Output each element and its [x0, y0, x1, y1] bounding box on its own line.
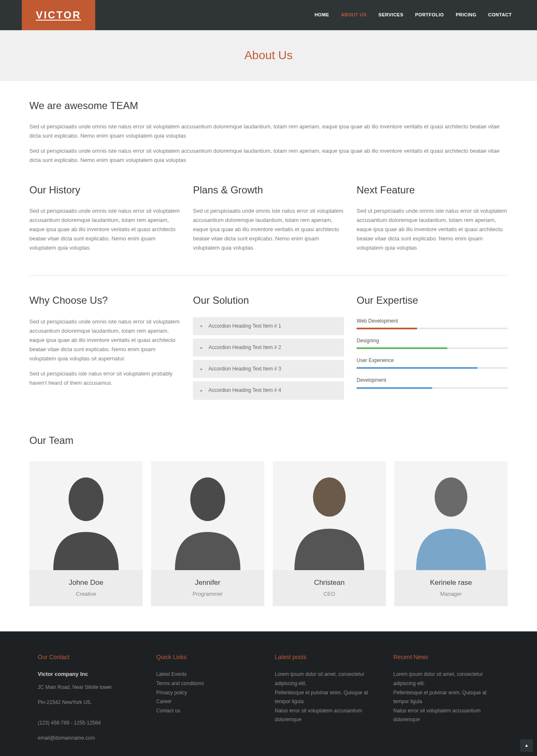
team-role: CEO — [277, 590, 382, 599]
why-heading: Why Choose Us? — [29, 292, 180, 308]
team-card: Johne DoeCreative — [29, 461, 143, 606]
nav-about[interactable]: ABOUT US — [341, 11, 367, 19]
footer-heading: Latest posts — [275, 652, 381, 662]
skill-label: Designing — [357, 337, 508, 345]
footer-link[interactable]: Career — [156, 697, 263, 706]
skill-bar — [357, 347, 508, 349]
team-info: JenniferProgrammer — [151, 570, 264, 606]
col-text: Sed ut perspiciaatis unde omnis iste nat… — [357, 206, 508, 253]
footer-link[interactable]: Terms and conditions — [156, 679, 263, 688]
skill-fill — [357, 367, 477, 369]
team-photo — [273, 461, 386, 570]
team-role: Manager — [399, 590, 503, 599]
team-photo — [151, 461, 264, 570]
team-role: Programmer — [155, 590, 260, 599]
footer-link[interactable]: Contact us — [156, 706, 263, 716]
skill-fill — [357, 328, 417, 329]
skill-bar — [357, 328, 508, 329]
footer-email: email@domainname.com — [38, 734, 144, 743]
logo[interactable]: VICTOR — [22, 0, 95, 30]
our-expertise: Our Expertise Web DevelopmentDesigningUs… — [357, 292, 508, 403]
skill-fill — [357, 387, 432, 389]
skill-bar — [357, 387, 508, 389]
accordion-label: Accordion Heading Text Item # 1 — [209, 322, 281, 330]
col-heading: Our History — [29, 182, 180, 198]
team-name: Jennifer — [155, 577, 260, 588]
footer-latest-posts: Latest posts Lorem ipsum dolor sit amet,… — [275, 652, 381, 749]
footer-addr1: JC Main Road, Near Silnile tower — [38, 683, 144, 692]
footer-link[interactable]: Latest Events — [156, 670, 263, 679]
footer-heading: Quick Links — [156, 652, 263, 662]
team-section: Our Team Johne DoeCreative JenniferProgr… — [29, 420, 508, 631]
footer-post[interactable]: Pellentesque et pulvinar enim. Quisque a… — [275, 688, 381, 706]
svg-point-2 — [313, 477, 346, 517]
footer-news[interactable]: Natus error sit voluptatem accusantium d… — [394, 706, 500, 725]
col-text: Sed ut perspiciaatis unde omnis iste nat… — [193, 206, 344, 253]
footer-quick-links: Quick Links Latest Events Terms and cond… — [156, 652, 263, 749]
nav-pricing[interactable]: PRICING — [456, 11, 476, 19]
skill-fill — [357, 347, 447, 349]
team-grid: Johne DoeCreative JenniferProgrammer Chr… — [29, 461, 508, 606]
chevron-right-icon: ▸ — [201, 344, 203, 351]
navbar: VICTOR HOME ABOUT US SERVICES PORTFOLIO … — [0, 0, 537, 30]
our-solution: Our Solution ▸Accordion Heading Text Ite… — [193, 292, 344, 403]
skill-item: User Experience — [357, 357, 508, 369]
footer-phone: (123) 456-789 - 1255-12584 — [38, 719, 144, 728]
footer-post[interactable]: Lorem ipsum dolor sit amet, consectetur … — [275, 670, 381, 688]
why-p1: Sed ut perspiciaatis unde omnis iste nat… — [29, 317, 180, 363]
nav-portfolio[interactable]: PORTFOLIO — [415, 11, 444, 19]
footer-link[interactable]: Privacy policy — [156, 688, 263, 698]
team-name: Christean — [277, 577, 382, 588]
solution-heading: Our Solution — [193, 292, 344, 308]
skill-label: Web Development — [357, 317, 508, 325]
accordion-label: Accordion Heading Text Item # 4 — [209, 386, 281, 394]
intro-p2: Sed ut perspiciaatis unde omnis iste nat… — [29, 146, 508, 165]
footer-news[interactable]: Pellentesque et pulvinar enim. Quisque a… — [394, 688, 500, 706]
col-next: Next Feature Sed ut perspiciaatis unde o… — [357, 182, 508, 259]
team-role: Creative — [34, 590, 138, 599]
accordion-item[interactable]: ▸Accordion Heading Text Item # 2 — [193, 339, 344, 357]
col-heading: Plans & Growth — [193, 182, 344, 198]
col-heading: Next Feature — [357, 182, 508, 198]
intro-section: We are awesome TEAM Sed ut perspiciaatis… — [29, 81, 508, 420]
team-info: Johne DoeCreative — [29, 570, 143, 606]
footer-recent-news: Recent News Lorem ipsum dolor sit amet, … — [394, 652, 500, 749]
footer: Our Contact Victor company Inc JC Main R… — [0, 631, 537, 756]
accordion-item[interactable]: ▸Accordion Heading Text Item # 3 — [193, 360, 344, 378]
accordion-item[interactable]: ▸Accordion Heading Text Item # 1 — [193, 317, 344, 335]
nav-home[interactable]: HOME — [315, 11, 329, 19]
footer-heading: Recent News — [394, 652, 500, 662]
logo-text: VICTOR — [36, 7, 81, 23]
footer-contact: Our Contact Victor company Inc JC Main R… — [38, 652, 144, 749]
intro-p1: Sed ut perspiciaatis unde omnis iste nat… — [29, 122, 508, 141]
footer-post[interactable]: Natus error sit voluptatem accusantium d… — [275, 706, 381, 725]
svg-point-1 — [190, 477, 225, 521]
team-photo — [394, 461, 508, 570]
page-title: About Us — [0, 46, 537, 65]
footer-heading: Our Contact — [38, 652, 144, 662]
scroll-top-button[interactable]: ▴ — [520, 739, 533, 752]
why-choose: Why Choose Us? Sed ut perspiciaatis unde… — [29, 292, 180, 403]
intro-heading: We are awesome TEAM — [29, 98, 508, 114]
nav-services[interactable]: SERVICES — [378, 11, 403, 19]
accordion-item[interactable]: ▸Accordion Heading Text Item # 4 — [193, 381, 344, 399]
team-photo — [29, 461, 143, 570]
skill-bar — [357, 367, 508, 369]
col-plans: Plans & Growth Sed ut perspiciaatis unde… — [193, 182, 344, 259]
chevron-right-icon: ▸ — [201, 387, 203, 394]
nav-menu: HOME ABOUT US SERVICES PORTFOLIO PRICING… — [315, 0, 512, 30]
nav-contact[interactable]: CONTACT — [488, 11, 512, 19]
col-history: Our History Sed ut perspiciaatis unde om… — [29, 182, 180, 259]
footer-news[interactable]: Lorem ipsum dolor sit amet, consectetur … — [394, 670, 500, 688]
svg-point-3 — [435, 477, 467, 517]
team-name: Johne Doe — [34, 577, 138, 588]
second-row: Why Choose Us? Sed ut perspiciaatis unde… — [29, 292, 508, 403]
skill-item: Designing — [357, 337, 508, 349]
chevron-right-icon: ▸ — [201, 323, 203, 329]
why-p2: Sed ut perspiciaatis iste natus error si… — [29, 369, 180, 388]
accordion-label: Accordion Heading Text Item # 2 — [209, 344, 281, 352]
footer-company: Victor company Inc — [38, 670, 144, 679]
skill-label: Development — [357, 376, 508, 384]
team-name: Kerinele rase — [399, 577, 503, 588]
team-heading: Our Team — [29, 433, 508, 448]
